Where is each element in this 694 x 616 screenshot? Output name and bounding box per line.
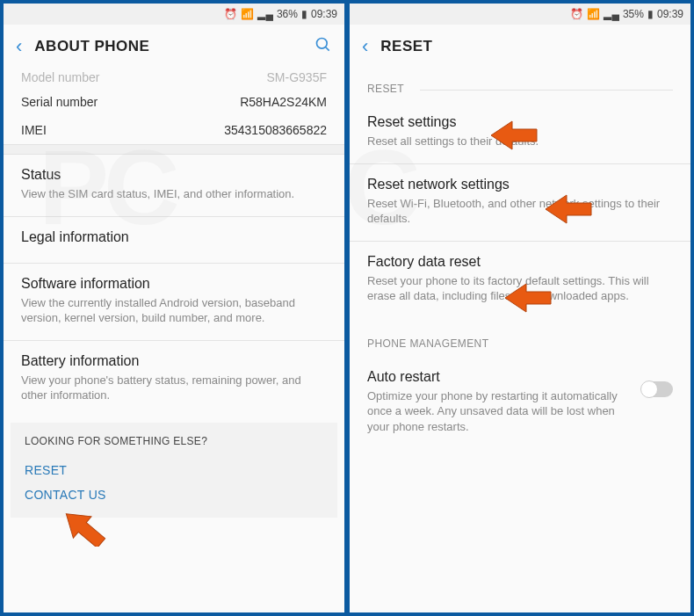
factory-reset-desc: Reset your phone to its factory default … bbox=[367, 273, 673, 304]
reset-screen: PC ⏰ 📶 ▂▄ 35% ▮ 09:39 ‹ RESET RESET Rese… bbox=[350, 4, 690, 612]
serial-label: Serial number bbox=[21, 95, 98, 109]
reset-link[interactable]: RESET bbox=[25, 458, 323, 482]
back-icon[interactable]: ‹ bbox=[362, 35, 368, 58]
auto-restart-title: Auto restart bbox=[367, 369, 631, 385]
footer-heading: LOOKING FOR SOMETHING ELSE? bbox=[25, 435, 323, 447]
reset-settings-desc: Reset all settings to their defaults. bbox=[367, 134, 673, 149]
imei-value: 354315083665822 bbox=[224, 123, 327, 137]
serial-value: R58HA2S24KM bbox=[240, 95, 327, 109]
svg-point-0 bbox=[317, 38, 328, 48]
battery-icon: ▮ bbox=[647, 8, 654, 20]
reset-network-title: Reset network settings bbox=[367, 177, 673, 192]
reset-settings-title: Reset settings bbox=[367, 114, 673, 130]
contact-link[interactable]: CONTACT US bbox=[25, 482, 323, 507]
battery-title: Battery information bbox=[21, 353, 327, 369]
section-phone-mgmt: PHONE MANAGEMENT bbox=[350, 318, 690, 357]
model-value: SM-G935F bbox=[267, 70, 327, 84]
imei-label: IMEI bbox=[21, 123, 47, 137]
battery-item[interactable]: Battery information View your phone's ba… bbox=[4, 341, 344, 417]
page-title: ABOUT PHONE bbox=[34, 38, 302, 55]
header: ‹ ABOUT PHONE bbox=[4, 25, 344, 69]
battery-percent: 36% bbox=[277, 8, 298, 20]
alarm-icon: ⏰ bbox=[570, 8, 583, 20]
software-title: Software information bbox=[21, 276, 327, 292]
factory-reset-item[interactable]: Factory data reset Reset your phone to i… bbox=[350, 242, 690, 318]
wifi-icon: 📶 bbox=[587, 8, 600, 20]
page-title: RESET bbox=[380, 38, 678, 55]
signal-icon: ▂▄ bbox=[257, 8, 273, 20]
header: ‹ RESET bbox=[350, 25, 690, 69]
software-desc: View the currently installed Android ver… bbox=[21, 295, 327, 326]
factory-reset-title: Factory data reset bbox=[367, 254, 673, 270]
battery-percent: 35% bbox=[623, 8, 644, 20]
search-icon[interactable] bbox=[314, 36, 332, 58]
footer-box: LOOKING FOR SOMETHING ELSE? RESET CONTAC… bbox=[11, 423, 337, 518]
content: RESET Reset settings Reset all settings … bbox=[350, 69, 690, 612]
clock: 09:39 bbox=[657, 8, 683, 20]
back-icon[interactable]: ‹ bbox=[16, 35, 22, 58]
model-row: Model number SM-G935F bbox=[4, 69, 344, 88]
reset-settings-item[interactable]: Reset settings Reset all settings to the… bbox=[350, 102, 690, 163]
section-reset: RESET bbox=[350, 69, 690, 102]
model-label: Model number bbox=[21, 70, 100, 84]
auto-restart-toggle[interactable] bbox=[641, 381, 673, 397]
section-gap bbox=[4, 144, 344, 155]
imei-row: IMEI 354315083665822 bbox=[4, 116, 344, 144]
wifi-icon: 📶 bbox=[241, 8, 254, 20]
software-item[interactable]: Software information View the currently … bbox=[4, 264, 344, 340]
status-bar: ⏰ 📶 ▂▄ 36% ▮ 09:39 bbox=[4, 4, 344, 25]
status-desc: View the SIM card status, IMEI, and othe… bbox=[21, 186, 327, 202]
reset-network-desc: Reset Wi-Fi, Bluetooth, and other networ… bbox=[367, 196, 673, 227]
signal-icon: ▂▄ bbox=[604, 8, 619, 20]
legal-title: Legal information bbox=[21, 229, 327, 245]
status-item[interactable]: Status View the SIM card status, IMEI, a… bbox=[4, 155, 344, 216]
legal-item[interactable]: Legal information bbox=[4, 217, 344, 263]
serial-row: Serial number R58HA2S24KM bbox=[4, 88, 344, 116]
battery-desc: View your phone's battery status, remain… bbox=[21, 373, 327, 403]
alarm-icon: ⏰ bbox=[224, 8, 237, 20]
clock: 09:39 bbox=[311, 8, 337, 20]
auto-restart-desc: Optimize your phone by restarting it aut… bbox=[367, 388, 631, 435]
svg-line-1 bbox=[326, 47, 329, 50]
about-phone-screen: PC ⏰ 📶 ▂▄ 36% ▮ 09:39 ‹ ABOUT PHONE Mode… bbox=[4, 4, 344, 612]
content: Model number SM-G935F Serial number R58H… bbox=[4, 69, 344, 612]
auto-restart-item[interactable]: Auto restart Optimize your phone by rest… bbox=[350, 357, 690, 449]
status-title: Status bbox=[21, 167, 327, 183]
status-bar: ⏰ 📶 ▂▄ 35% ▮ 09:39 bbox=[350, 4, 690, 25]
battery-icon: ▮ bbox=[301, 8, 307, 20]
reset-network-item[interactable]: Reset network settings Reset Wi-Fi, Blue… bbox=[350, 164, 690, 241]
